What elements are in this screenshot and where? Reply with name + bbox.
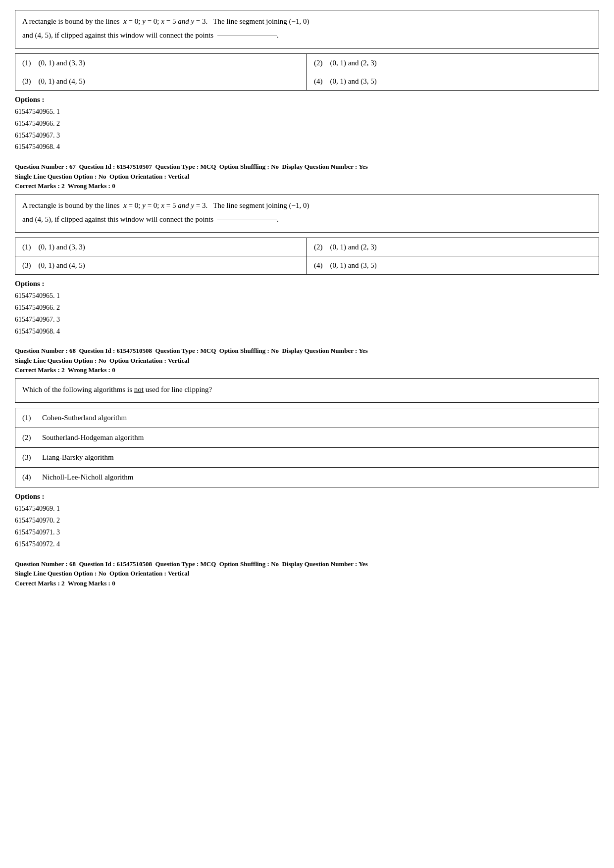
- option-id-1-67: 61547540965. 1: [15, 290, 599, 302]
- option-id-3-top: 61547540967. 3: [15, 130, 599, 142]
- option-id-4-68: 61547540972. 4: [15, 538, 599, 550]
- question-text-67: A rectangle is bound by the lines x = 0;…: [15, 194, 599, 233]
- option-num: (4): [314, 261, 323, 269]
- option-cell-1-67: (1) (0, 1) and (3, 3): [15, 238, 307, 256]
- option-cell-2-68: (2) Southerland-Hodgeman algorithm: [15, 428, 599, 447]
- option-cell-2-top: (2) (0, 1) and (2, 3): [307, 53, 599, 72]
- options-grid-67: (1) (0, 1) and (3, 3) (2) (0, 1) and (2,…: [15, 238, 599, 275]
- option-cell-3-68: (3) Liang-Barsky algorithm: [15, 447, 599, 467]
- options-grid-top: (1) (0, 1) and (3, 3) (2) (0, 1) and (2,…: [15, 53, 599, 91]
- option-num: (1): [22, 243, 31, 251]
- question-line2-67: and (4, 5), if clipped against this wind…: [22, 213, 592, 225]
- option-num: (1): [22, 414, 31, 422]
- option-cell-4-68: (4) Nicholl-Lee-Nicholl algorithm: [15, 467, 599, 487]
- option-cell-4-top: (4) (0, 1) and (3, 5): [307, 72, 599, 90]
- question-block-67: Question Number : 67 Question Id : 61547…: [15, 162, 599, 337]
- marks-info-68: Correct Marks : 2 Wrong Marks : 0: [15, 366, 599, 374]
- question-block-68: Question Number : 68 Question Id : 61547…: [15, 346, 599, 550]
- option-cell-4-67: (4) (0, 1) and (3, 5): [307, 256, 599, 274]
- option-id-2-top: 61547540966. 2: [15, 118, 599, 130]
- option-num: (1): [22, 59, 31, 67]
- option-id-3-67: 61547540967. 3: [15, 314, 599, 326]
- meta-info-68-2: Question Number : 68 Question Id : 61547…: [15, 559, 599, 579]
- option-cell-3-top: (3) (0, 1) and (4, 5): [15, 72, 307, 90]
- option-cell-1-68: (1) Cohen-Sutherland algorithm: [15, 408, 599, 428]
- option-num: (3): [22, 77, 31, 85]
- options-label-top: Options :: [15, 96, 599, 104]
- question-line1-67: A rectangle is bound by the lines x = 0;…: [22, 199, 592, 211]
- marks-info-68-2: Correct Marks : 2 Wrong Marks : 0: [15, 579, 599, 587]
- option-num: (3): [22, 453, 31, 461]
- option-cell-1-top: (1) (0, 1) and (3, 3): [15, 53, 307, 72]
- meta-info-67: Question Number : 67 Question Id : 61547…: [15, 162, 599, 181]
- question-line2-top: and (4, 5), if clipped against this wind…: [22, 29, 592, 41]
- option-cell-2-67: (2) (0, 1) and (2, 3): [307, 238, 599, 256]
- option-num: (2): [314, 243, 323, 251]
- question-line1-top: A rectangle is bound by the lines x = 0;…: [22, 15, 592, 27]
- option-cell-3-67: (3) (0, 1) and (4, 5): [15, 256, 307, 274]
- option-id-4-67: 61547540968. 4: [15, 326, 599, 338]
- option-num: (2): [22, 434, 31, 441]
- option-num: (3): [22, 261, 31, 269]
- meta-info-68: Question Number : 68 Question Id : 61547…: [15, 346, 599, 365]
- question-para-68: Which of the following algorithms is not…: [22, 384, 592, 395]
- options-label-67: Options :: [15, 280, 599, 288]
- option-num: (4): [314, 77, 323, 85]
- options-grid-68: (1) Cohen-Sutherland algorithm (2) South…: [15, 408, 599, 487]
- option-num: (4): [22, 473, 31, 481]
- option-id-2-68: 61547540970. 2: [15, 515, 599, 527]
- option-id-3-68: 61547540971. 3: [15, 527, 599, 538]
- underline-not: not: [134, 386, 144, 393]
- question-block-top: A rectangle is bound by the lines x = 0;…: [15, 10, 599, 153]
- option-id-1-top: 61547540965. 1: [15, 106, 599, 118]
- option-num: (2): [314, 59, 323, 67]
- option-id-2-67: 61547540966. 2: [15, 302, 599, 314]
- marks-info-67: Correct Marks : 2 Wrong Marks : 0: [15, 182, 599, 190]
- question-text-68: Which of the following algorithms is not…: [15, 378, 599, 403]
- options-label-68: Options :: [15, 492, 599, 501]
- question-text-top: A rectangle is bound by the lines x = 0;…: [15, 10, 599, 48]
- option-id-4-top: 61547540968. 4: [15, 141, 599, 153]
- question-block-68-meta2: Question Number : 68 Question Id : 61547…: [15, 559, 599, 587]
- option-id-1-68: 61547540969. 1: [15, 503, 599, 515]
